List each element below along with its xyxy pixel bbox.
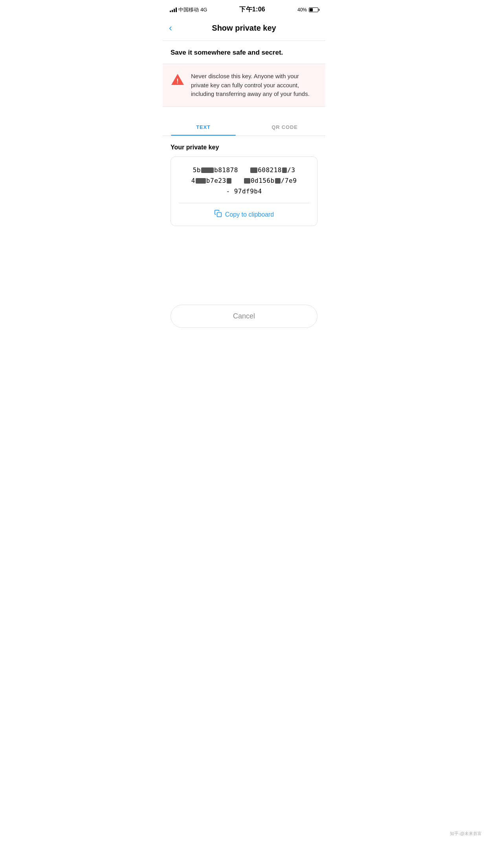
page-title: Show private key	[212, 24, 276, 33]
svg-rect-1	[217, 213, 221, 217]
key-line-2: 4b7e23 0d156b/7e9	[179, 175, 309, 186]
carrier-text: 中国移动	[178, 6, 199, 13]
svg-text:!: !	[176, 78, 178, 85]
warning-box: ! Never disclose this key. Anyone with y…	[163, 64, 325, 107]
private-key-section: Your private key 5bb81878 608218/3 4b7e2…	[163, 136, 325, 226]
back-button[interactable]: ‹	[169, 21, 175, 35]
content: Save it somewhere safe and secret. ! Nev…	[163, 41, 325, 344]
copy-row[interactable]: Copy to clipboard	[179, 203, 309, 226]
warning-icon: !	[171, 73, 185, 87]
warning-text: Never disclose this key. Anyone with you…	[191, 72, 317, 99]
battery-percent: 40%	[297, 7, 307, 13]
cancel-button[interactable]: Cancel	[171, 305, 317, 328]
save-note-text: Save it somewhere safe and secret.	[171, 49, 317, 57]
save-note-section: Save it somewhere safe and secret.	[163, 41, 325, 64]
signal-bars	[170, 7, 177, 12]
battery-icon	[309, 7, 318, 12]
status-right: 40%	[297, 7, 318, 13]
network-type: 4G	[200, 7, 207, 13]
spacer	[163, 226, 325, 305]
tab-qr-code[interactable]: QR CODE	[244, 119, 325, 136]
copy-label: Copy to clipboard	[225, 211, 274, 218]
key-line-3: - 97df9b4	[179, 186, 309, 197]
status-bar: 中国移动 4G 下午1:06 40%	[163, 0, 325, 17]
tab-text[interactable]: TEXT	[163, 119, 244, 136]
status-time: 下午1:06	[239, 6, 265, 14]
nav-bar: ‹ Show private key	[163, 17, 325, 41]
bottom-area: Cancel	[163, 305, 325, 344]
copy-icon	[214, 210, 222, 219]
key-text: 5bb81878 608218/3 4b7e23 0d156b/7e9 - 97…	[179, 165, 309, 197]
status-left: 中国移动 4G	[170, 6, 207, 13]
key-box: 5bb81878 608218/3 4b7e23 0d156b/7e9 - 97…	[171, 156, 317, 226]
section-label: Your private key	[171, 144, 317, 151]
key-line-1: 5bb81878 608218/3	[179, 165, 309, 175]
tabs-container: TEXT QR CODE	[163, 119, 325, 136]
